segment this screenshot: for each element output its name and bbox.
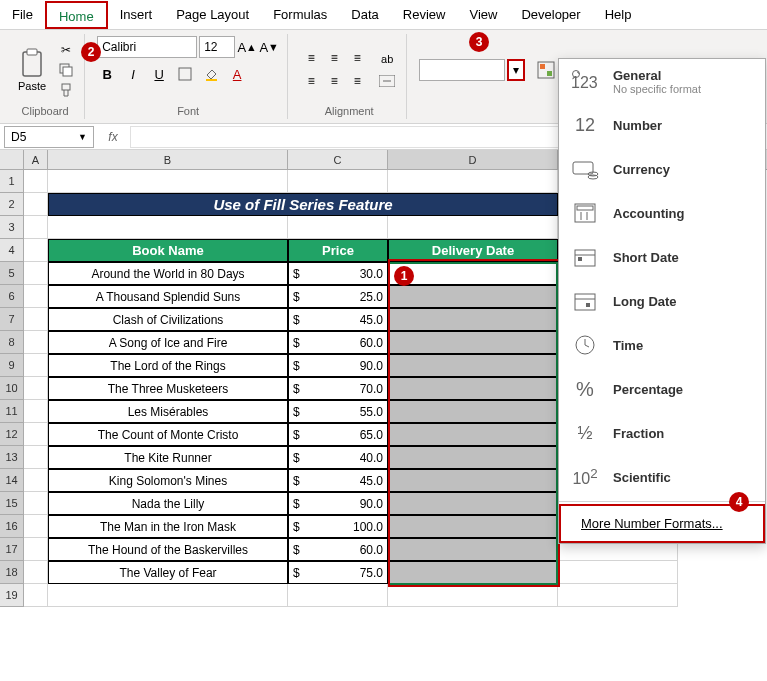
number-format-dropdown[interactable]: ▾ bbox=[507, 59, 525, 81]
delivery-cell[interactable] bbox=[388, 423, 558, 446]
delivery-cell[interactable] bbox=[388, 515, 558, 538]
paste-button[interactable]: Paste bbox=[14, 46, 50, 94]
book-cell[interactable]: Les Misérables bbox=[48, 400, 288, 423]
header-book[interactable]: Book Name bbox=[48, 239, 288, 262]
cell[interactable] bbox=[288, 584, 388, 607]
format-fraction[interactable]: ½ Fraction bbox=[559, 411, 765, 455]
book-cell[interactable]: A Thousand Splendid Suns bbox=[48, 285, 288, 308]
underline-button[interactable]: U bbox=[149, 64, 169, 84]
fx-label[interactable]: fx bbox=[98, 130, 128, 144]
header-delivery[interactable]: Delivery Date bbox=[388, 239, 558, 262]
price-cell[interactable]: $70.0 bbox=[288, 377, 388, 400]
cell[interactable] bbox=[24, 584, 48, 607]
italic-button[interactable]: I bbox=[123, 64, 143, 84]
price-cell[interactable]: $60.0 bbox=[288, 538, 388, 561]
delivery-cell[interactable] bbox=[388, 354, 558, 377]
menu-view[interactable]: View bbox=[457, 1, 509, 28]
row-head[interactable]: 10 bbox=[0, 377, 24, 400]
row-head[interactable]: 13 bbox=[0, 446, 24, 469]
menu-developer[interactable]: Developer bbox=[509, 1, 592, 28]
delivery-cell[interactable] bbox=[388, 308, 558, 331]
delivery-cell[interactable] bbox=[388, 331, 558, 354]
row-head[interactable]: 17 bbox=[0, 538, 24, 561]
row-head[interactable]: 1 bbox=[0, 170, 24, 193]
price-cell[interactable]: $75.0 bbox=[288, 561, 388, 584]
cell[interactable] bbox=[24, 492, 48, 515]
copy-button[interactable] bbox=[56, 61, 76, 79]
cell[interactable] bbox=[24, 262, 48, 285]
cell[interactable] bbox=[288, 170, 388, 193]
title-cell[interactable]: Use of Fill Series Feature bbox=[48, 193, 558, 216]
format-longdate[interactable]: Long Date bbox=[559, 279, 765, 323]
row-head[interactable]: 18 bbox=[0, 561, 24, 584]
row-head[interactable]: 8 bbox=[0, 331, 24, 354]
book-cell[interactable]: Around the World in 80 Days bbox=[48, 262, 288, 285]
select-all-corner[interactable] bbox=[0, 150, 24, 169]
price-cell[interactable]: $30.0 bbox=[288, 262, 388, 285]
font-label[interactable]: Font bbox=[177, 103, 199, 119]
bold-button[interactable]: B bbox=[97, 64, 117, 84]
align-top-button[interactable]: ≡ bbox=[300, 47, 322, 69]
book-cell[interactable]: The Man in the Iron Mask bbox=[48, 515, 288, 538]
delivery-cell[interactable] bbox=[388, 492, 558, 515]
row-head[interactable]: 4 bbox=[0, 239, 24, 262]
row-head[interactable]: 7 bbox=[0, 308, 24, 331]
cell[interactable] bbox=[24, 354, 48, 377]
price-cell[interactable]: $40.0 bbox=[288, 446, 388, 469]
row-head[interactable]: 5 bbox=[0, 262, 24, 285]
book-cell[interactable]: The Kite Runner bbox=[48, 446, 288, 469]
cell[interactable] bbox=[288, 216, 388, 239]
menu-pagelayout[interactable]: Page Layout bbox=[164, 1, 261, 28]
delivery-cell[interactable] bbox=[388, 538, 558, 561]
price-cell[interactable]: $65.0 bbox=[288, 423, 388, 446]
price-cell[interactable]: $45.0 bbox=[288, 469, 388, 492]
cell[interactable] bbox=[24, 193, 48, 216]
delivery-cell[interactable] bbox=[388, 446, 558, 469]
book-cell[interactable]: King Solomon's Mines bbox=[48, 469, 288, 492]
align-center-button[interactable]: ≡ bbox=[323, 70, 345, 92]
row-head[interactable]: 15 bbox=[0, 492, 24, 515]
increase-font-button[interactable]: A▲ bbox=[237, 37, 257, 57]
book-cell[interactable]: A Song of Ice and Fire bbox=[48, 331, 288, 354]
menu-home[interactable]: Home bbox=[45, 1, 108, 29]
row-head[interactable]: 19 bbox=[0, 584, 24, 607]
cell[interactable] bbox=[388, 170, 558, 193]
row-head[interactable]: 16 bbox=[0, 515, 24, 538]
cell[interactable] bbox=[24, 423, 48, 446]
cell[interactable] bbox=[24, 446, 48, 469]
cell[interactable] bbox=[24, 308, 48, 331]
row-head[interactable]: 9 bbox=[0, 354, 24, 377]
cell[interactable] bbox=[24, 469, 48, 492]
fill-color-button[interactable] bbox=[201, 64, 221, 84]
cell[interactable] bbox=[48, 216, 288, 239]
book-cell[interactable]: The Valley of Fear bbox=[48, 561, 288, 584]
price-cell[interactable]: $90.0 bbox=[288, 354, 388, 377]
cell[interactable] bbox=[558, 561, 678, 584]
cell[interactable] bbox=[24, 400, 48, 423]
row-head[interactable]: 3 bbox=[0, 216, 24, 239]
cell[interactable] bbox=[24, 377, 48, 400]
delivery-cell[interactable] bbox=[388, 561, 558, 584]
menu-help[interactable]: Help bbox=[593, 1, 644, 28]
format-general[interactable]: 123 GeneralNo specific format bbox=[559, 59, 765, 103]
cell[interactable] bbox=[24, 538, 48, 561]
cell[interactable] bbox=[24, 515, 48, 538]
cell[interactable] bbox=[24, 285, 48, 308]
cell[interactable] bbox=[24, 561, 48, 584]
cell[interactable] bbox=[24, 216, 48, 239]
align-bottom-button[interactable]: ≡ bbox=[346, 47, 368, 69]
border-button[interactable] bbox=[175, 64, 195, 84]
font-color-button[interactable]: A bbox=[227, 64, 247, 84]
price-cell[interactable]: $45.0 bbox=[288, 308, 388, 331]
menu-formulas[interactable]: Formulas bbox=[261, 1, 339, 28]
format-shortdate[interactable]: Short Date bbox=[559, 235, 765, 279]
row-head[interactable]: 2 bbox=[0, 193, 24, 216]
cell[interactable] bbox=[388, 216, 558, 239]
cell[interactable] bbox=[24, 239, 48, 262]
book-cell[interactable]: The Three Musketeers bbox=[48, 377, 288, 400]
font-name-select[interactable] bbox=[97, 36, 197, 58]
format-number[interactable]: 12 Number bbox=[559, 103, 765, 147]
font-size-select[interactable] bbox=[199, 36, 235, 58]
row-head[interactable]: 12 bbox=[0, 423, 24, 446]
menu-file[interactable]: File bbox=[0, 1, 45, 28]
